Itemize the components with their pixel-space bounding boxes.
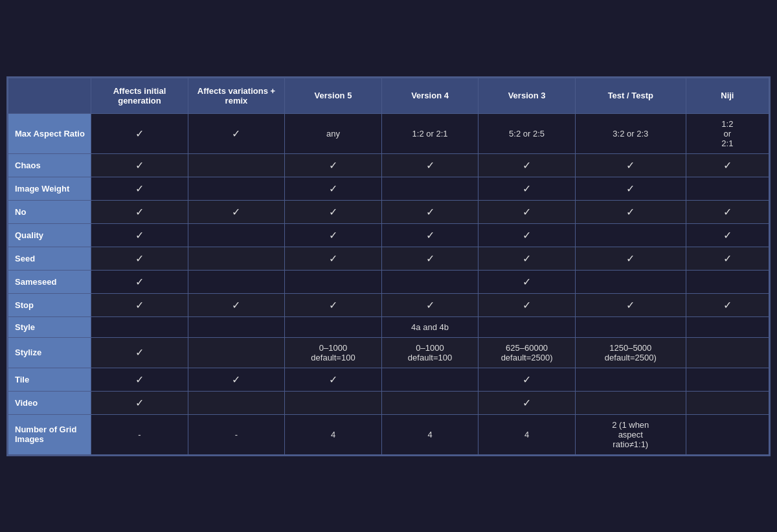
row-10-col4 [381,368,479,391]
row-12-col4: 4 [381,414,479,454]
row-5-col7: ✓ [686,247,769,270]
row-9-col2 [188,337,285,368]
table-row: Style4a and 4b [8,316,769,337]
row-11-col1: ✓ [91,391,188,414]
row-4-col2 [188,223,285,247]
row-0-col3: any [285,113,382,153]
table-row: No✓✓✓✓✓✓✓ [8,200,769,223]
row-12-col2: - [188,414,285,454]
row-4-col6 [575,223,686,247]
row-0-col4: 1:2 or 2:1 [381,113,479,153]
row-4-col3: ✓ [285,223,382,247]
row-1-col3: ✓ [285,153,382,177]
row-label: Stylize [8,337,91,368]
row-8-col3 [285,316,382,337]
row-1-col5: ✓ [479,153,576,177]
row-1-col7: ✓ [686,153,769,177]
row-label: No [8,200,91,223]
row-11-col7 [686,391,769,414]
row-8-col1 [91,316,188,337]
row-8-col5 [479,316,576,337]
row-2-col7 [686,177,769,200]
row-1-col1: ✓ [91,153,188,177]
row-12-col3: 4 [285,414,382,454]
row-12-col7 [686,414,769,454]
header-col5: Version 3 [479,78,576,113]
row-6-col2 [188,270,285,293]
row-11-col4 [381,391,479,414]
row-8-col2 [188,316,285,337]
row-5-col5: ✓ [479,247,576,270]
row-label: Seed [8,247,91,270]
row-1-col6: ✓ [575,153,686,177]
row-label: Image Weight [8,177,91,200]
row-10-col3: ✓ [285,368,382,391]
row-9-col4: 0–1000 default=100 [381,337,479,368]
table-row: Sameseed✓✓ [8,270,769,293]
row-4-col7: ✓ [686,223,769,247]
table-row: Video✓✓ [8,391,769,414]
row-2-col3: ✓ [285,177,382,200]
row-7-col6: ✓ [575,293,686,316]
row-7-col4: ✓ [381,293,479,316]
row-3-col1: ✓ [91,200,188,223]
row-6-col6 [575,270,686,293]
row-10-col6 [575,368,686,391]
row-3-col3: ✓ [285,200,382,223]
row-2-col6: ✓ [575,177,686,200]
row-7-col3: ✓ [285,293,382,316]
row-4-col4: ✓ [381,223,479,247]
row-label: Video [8,391,91,414]
row-2-col4 [381,177,479,200]
row-label: Quality [8,223,91,247]
header-col1: Affects initial generation [91,78,188,113]
main-table-container: Affects initial generation Affects varia… [6,76,771,456]
table-row: Tile✓✓✓✓ [8,368,769,391]
row-8-col6 [575,316,686,337]
row-label: Sameseed [8,270,91,293]
header-row: Affects initial generation Affects varia… [8,78,769,113]
row-5-col2 [188,247,285,270]
row-2-col1: ✓ [91,177,188,200]
row-6-col7 [686,270,769,293]
table-row: Max Aspect Ratio✓✓any1:2 or 2:15:2 or 2:… [8,113,769,153]
row-8-col4: 4a and 4b [381,316,479,337]
row-4-col5: ✓ [479,223,576,247]
header-col3: Version 5 [285,78,382,113]
table-row: Chaos✓✓✓✓✓✓ [8,153,769,177]
row-10-col1: ✓ [91,368,188,391]
table-row: Seed✓✓✓✓✓✓ [8,247,769,270]
row-label: Chaos [8,153,91,177]
row-5-col4: ✓ [381,247,479,270]
table-row: Quality✓✓✓✓✓ [8,223,769,247]
row-3-col2: ✓ [188,200,285,223]
row-12-col1: - [91,414,188,454]
row-11-col5: ✓ [479,391,576,414]
row-5-col6: ✓ [575,247,686,270]
row-6-col5: ✓ [479,270,576,293]
row-1-col2 [188,153,285,177]
row-8-col7 [686,316,769,337]
comparison-table: Affects initial generation Affects varia… [8,78,769,455]
row-3-col4: ✓ [381,200,479,223]
row-11-col2 [188,391,285,414]
row-5-col3: ✓ [285,247,382,270]
row-12-col5: 4 [479,414,576,454]
row-10-col5: ✓ [479,368,576,391]
row-9-col7 [686,337,769,368]
header-col4: Version 4 [381,78,479,113]
row-9-col3: 0–1000 default=100 [285,337,382,368]
row-label: Style [8,316,91,337]
table-row: Image Weight✓✓✓✓ [8,177,769,200]
row-11-col6 [575,391,686,414]
row-6-col1: ✓ [91,270,188,293]
row-label: Tile [8,368,91,391]
row-9-col6: 1250–5000 default=2500) [575,337,686,368]
row-4-col1: ✓ [91,223,188,247]
row-12-col6: 2 (1 when aspect ratio≠1:1) [575,414,686,454]
row-0-col5: 5:2 or 2:5 [479,113,576,153]
row-3-col6: ✓ [575,200,686,223]
row-1-col4: ✓ [381,153,479,177]
row-label: Number of Grid Images [8,414,91,454]
row-10-col7 [686,368,769,391]
